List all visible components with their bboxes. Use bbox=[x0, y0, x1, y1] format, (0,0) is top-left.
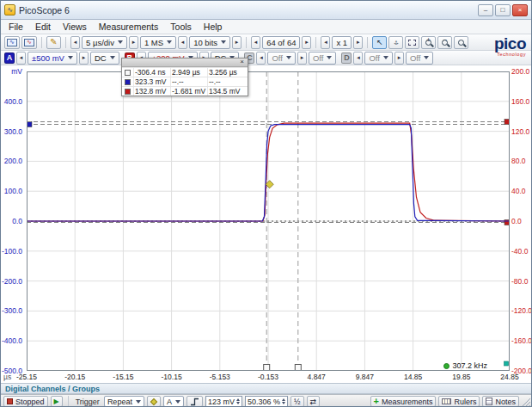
left-axis-tick: -400.0 bbox=[2, 336, 22, 345]
go-button[interactable]: ▶ bbox=[51, 396, 63, 407]
channel-a-range-increase-button[interactable]: ▸ bbox=[79, 52, 89, 65]
channel-c-range-increase-button[interactable]: ▸ bbox=[297, 52, 307, 65]
trigger-timing-button[interactable]: ⇄ bbox=[307, 396, 321, 407]
segment-previous-button[interactable]: ◂ bbox=[251, 36, 260, 49]
timebase-select[interactable]: 5 µs/div bbox=[82, 36, 127, 49]
menu-edit[interactable]: Edit bbox=[29, 21, 57, 33]
right-axis-tick: 40.0 bbox=[511, 187, 526, 195]
time-ruler-handle[interactable] bbox=[295, 365, 301, 371]
channel-c-range-decrease-button[interactable]: ◂ bbox=[256, 52, 266, 65]
channel-a-range-value: ±500 mV bbox=[32, 53, 64, 63]
persistence-view-icon bbox=[24, 39, 34, 46]
right-axis-tick: -160.0 bbox=[511, 336, 532, 345]
pan-tool-button[interactable] bbox=[388, 36, 403, 49]
zoom-full-icon bbox=[458, 40, 464, 46]
trigger-level-field[interactable]: 123 mV bbox=[205, 396, 242, 407]
x-axis-tick: 9.847 bbox=[356, 373, 374, 381]
channel-c-coupling-select[interactable]: Off bbox=[309, 52, 337, 65]
channel-c-range-select[interactable]: Off bbox=[267, 52, 296, 65]
right-axis-tick: -120.0 bbox=[511, 306, 532, 315]
channel-d-range-increase-button[interactable]: ▸ bbox=[394, 52, 404, 65]
pen-icon: ✎ bbox=[50, 38, 57, 46]
menu-tools[interactable]: Tools bbox=[164, 21, 198, 33]
minimize-button[interactable]: – bbox=[478, 4, 493, 16]
marquee-zoom-button[interactable] bbox=[405, 36, 419, 49]
timebase-decrease-button[interactable]: ◂ bbox=[70, 36, 80, 49]
separator bbox=[246, 37, 247, 48]
close-icon[interactable]: × bbox=[237, 58, 247, 65]
resolution-decrease-button[interactable]: ◂ bbox=[178, 36, 187, 49]
channel-d-coupling-select[interactable]: Off bbox=[406, 52, 434, 65]
selection-tool-button[interactable]: ↖ bbox=[372, 36, 387, 49]
axis-corner-handle[interactable] bbox=[504, 361, 509, 366]
resize-grip[interactable] bbox=[521, 398, 530, 407]
segment-next-button[interactable]: ▸ bbox=[302, 36, 311, 49]
separator bbox=[68, 396, 69, 407]
x-axis-tick: -25.15 bbox=[16, 373, 37, 381]
samples-value: 1 MS bbox=[144, 38, 163, 47]
separator bbox=[65, 37, 66, 48]
left-axis-tick: -300.0 bbox=[2, 306, 22, 315]
trigger-edge-button[interactable] bbox=[187, 396, 203, 407]
zoom-increase-button[interactable]: ▸ bbox=[353, 36, 363, 49]
right-axis[interactable]: 200.0160.0120.080.040.00.0-40.0-80.0-120… bbox=[511, 65, 532, 383]
channel-a-range-decrease-button[interactable]: ◂ bbox=[16, 52, 26, 65]
pre-trigger-field[interactable]: 50.306 % bbox=[245, 396, 288, 407]
menu-views[interactable]: Views bbox=[57, 21, 93, 33]
time-ruler-handle[interactable] bbox=[264, 365, 270, 371]
menu-help[interactable]: Help bbox=[198, 21, 229, 33]
separator bbox=[41, 37, 42, 48]
ruler-legend-header[interactable]: × bbox=[122, 59, 248, 67]
channel-d-range-decrease-button[interactable]: ◂ bbox=[353, 52, 363, 65]
channel-a-chip[interactable]: A bbox=[4, 52, 15, 64]
channel-a-coupling-select[interactable]: DC bbox=[90, 52, 119, 65]
set-50-percent-button[interactable]: ½ bbox=[290, 396, 304, 407]
zoom-in-button[interactable]: + bbox=[421, 36, 436, 49]
persistence-view-button[interactable] bbox=[21, 36, 37, 49]
trigger-marker-button[interactable] bbox=[147, 396, 161, 407]
channel-c-group: C◂Off▸Off bbox=[244, 52, 336, 65]
x-axis-tick: -0.153 bbox=[258, 373, 278, 381]
trigger-level-value: 123 mV bbox=[208, 398, 235, 406]
trigger-mode-select[interactable]: Repeat bbox=[104, 396, 144, 407]
timebase-increase-button[interactable]: ▸ bbox=[129, 36, 138, 49]
ruler-legend[interactable]: × -306.4 ns 2.949 µs 3.256 µs 323.3 mV -… bbox=[121, 58, 248, 96]
maximize-button[interactable]: □ bbox=[495, 4, 511, 16]
x-axis-tick: 24.85 bbox=[500, 373, 518, 381]
zoom-decrease-button[interactable]: ◂ bbox=[321, 36, 330, 49]
resolution-select[interactable]: 10 bits bbox=[189, 36, 230, 49]
samples-select[interactable]: 1 MS bbox=[140, 36, 176, 49]
spinner-icon[interactable] bbox=[282, 398, 285, 404]
zoom-factor-field[interactable]: x 1 bbox=[332, 36, 352, 49]
plot-area[interactable]: 307.2 kHz bbox=[27, 71, 510, 371]
menu-file[interactable]: File bbox=[3, 21, 29, 33]
pre-trigger-value: 50.306 % bbox=[248, 398, 280, 406]
add-measurement-button[interactable]: + Measurements bbox=[370, 396, 437, 407]
chevron-down-icon bbox=[110, 56, 115, 59]
run-stop-button[interactable]: Stopped bbox=[3, 396, 48, 407]
trigger-source-select[interactable]: A bbox=[163, 396, 184, 407]
x-axis[interactable]: µs -25.15-20.15-15.15-10.15-5.153-0.1534… bbox=[1, 373, 532, 382]
left-axis[interactable]: 400.0300.0200.0100.00.0-100.0-200.0-300.… bbox=[1, 65, 24, 383]
segment-field[interactable]: 64 of 64 bbox=[262, 36, 300, 49]
channel-a-range-select[interactable]: ±500 mV bbox=[28, 52, 77, 65]
digital-channels-bar[interactable]: Digital Channels / Groups bbox=[1, 383, 531, 394]
menu-measurements[interactable]: Measurements bbox=[93, 21, 164, 33]
resolution-increase-button[interactable]: ▸ bbox=[232, 36, 242, 49]
ruler-value: -306.4 ns bbox=[133, 68, 170, 77]
spinner-icon[interactable] bbox=[236, 398, 240, 404]
plus-icon: + bbox=[374, 398, 379, 405]
zoom-full-button[interactable] bbox=[454, 36, 468, 49]
stop-icon bbox=[7, 398, 13, 404]
frequency-marker-icon bbox=[443, 363, 449, 369]
scope-view-button[interactable] bbox=[4, 36, 20, 49]
notes-button[interactable]: Notes bbox=[482, 396, 519, 407]
separator bbox=[367, 37, 368, 48]
title-bar: ∿ PicoScope 6 – □ × bbox=[1, 1, 531, 20]
close-button[interactable]: × bbox=[512, 4, 528, 16]
channel-d-range-select[interactable]: Off bbox=[364, 52, 393, 65]
zoom-out-button[interactable]: − bbox=[437, 36, 452, 49]
pen-button[interactable]: ✎ bbox=[46, 36, 61, 49]
channel-d-chip[interactable]: D bbox=[341, 52, 352, 64]
rulers-button[interactable]: Rulers bbox=[438, 396, 480, 407]
